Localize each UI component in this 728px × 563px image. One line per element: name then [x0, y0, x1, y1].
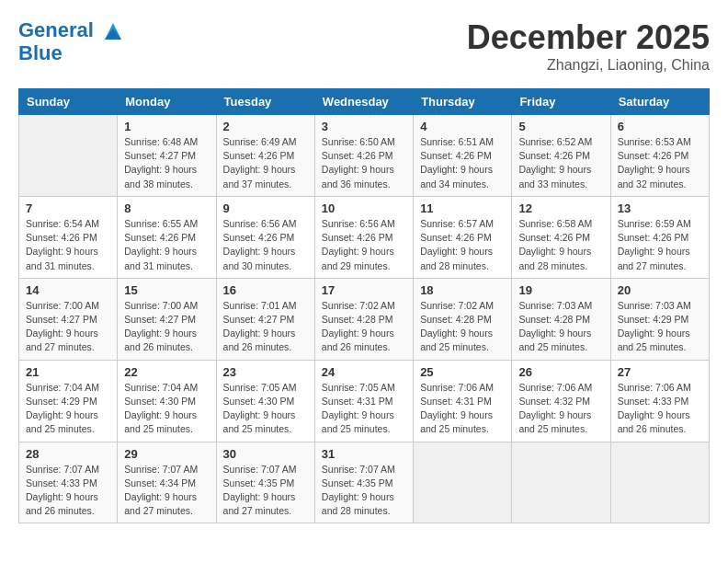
- calendar-cell: 15Sunrise: 7:00 AM Sunset: 4:27 PM Dayli…: [118, 278, 216, 360]
- calendar-cell: 8Sunrise: 6:55 AM Sunset: 4:26 PM Daylig…: [118, 196, 216, 278]
- calendar-week-3: 14Sunrise: 7:00 AM Sunset: 4:27 PM Dayli…: [19, 278, 710, 360]
- day-info: Sunrise: 7:07 AM Sunset: 4:34 PM Dayligh…: [124, 463, 209, 519]
- title-block: December 2025 Zhangzi, Liaoning, China: [467, 18, 710, 74]
- calendar-cell: 20Sunrise: 7:03 AM Sunset: 4:29 PM Dayli…: [610, 278, 709, 360]
- day-number: 2: [223, 120, 308, 133]
- logo-line2: Blue: [18, 41, 121, 64]
- day-info: Sunrise: 7:06 AM Sunset: 4:31 PM Dayligh…: [420, 381, 505, 437]
- calendar-cell: 7Sunrise: 6:54 AM Sunset: 4:26 PM Daylig…: [19, 196, 118, 278]
- day-number: 16: [223, 283, 308, 297]
- day-number: 31: [322, 447, 406, 461]
- day-info: Sunrise: 7:01 AM Sunset: 4:27 PM Dayligh…: [223, 299, 308, 355]
- day-info: Sunrise: 6:58 AM Sunset: 4:26 PM Dayligh…: [518, 217, 603, 273]
- calendar-cell: 12Sunrise: 6:58 AM Sunset: 4:26 PM Dayli…: [512, 196, 610, 278]
- calendar-cell: 4Sunrise: 6:51 AM Sunset: 4:26 PM Daylig…: [414, 115, 512, 197]
- calendar-cell: 24Sunrise: 7:05 AM Sunset: 4:31 PM Dayli…: [314, 360, 413, 442]
- day-info: Sunrise: 7:03 AM Sunset: 4:29 PM Dayligh…: [618, 299, 702, 355]
- weekday-header-thursday: Thursday: [414, 89, 512, 115]
- day-info: Sunrise: 6:59 AM Sunset: 4:26 PM Dayligh…: [618, 217, 702, 273]
- calendar-week-1: 1Sunrise: 6:48 AM Sunset: 4:27 PM Daylig…: [19, 115, 710, 197]
- day-number: 3: [322, 120, 406, 133]
- calendar-cell: 28Sunrise: 7:07 AM Sunset: 4:33 PM Dayli…: [19, 442, 118, 523]
- day-number: 28: [26, 447, 110, 461]
- calendar-cell: 17Sunrise: 7:02 AM Sunset: 4:28 PM Dayli…: [314, 278, 413, 360]
- day-info: Sunrise: 7:04 AM Sunset: 4:29 PM Dayligh…: [26, 381, 110, 437]
- calendar-week-4: 21Sunrise: 7:04 AM Sunset: 4:29 PM Dayli…: [19, 360, 710, 442]
- calendar-cell: 23Sunrise: 7:05 AM Sunset: 4:30 PM Dayli…: [216, 360, 314, 442]
- day-info: Sunrise: 7:06 AM Sunset: 4:32 PM Dayligh…: [518, 381, 603, 437]
- day-info: Sunrise: 6:56 AM Sunset: 4:26 PM Dayligh…: [223, 217, 308, 273]
- calendar-cell: 13Sunrise: 6:59 AM Sunset: 4:26 PM Dayli…: [610, 196, 709, 278]
- calendar-week-2: 7Sunrise: 6:54 AM Sunset: 4:26 PM Daylig…: [19, 196, 710, 278]
- calendar-cell: 11Sunrise: 6:57 AM Sunset: 4:26 PM Dayli…: [414, 196, 512, 278]
- calendar-body: 1Sunrise: 6:48 AM Sunset: 4:27 PM Daylig…: [19, 115, 710, 523]
- calendar-cell: 29Sunrise: 7:07 AM Sunset: 4:34 PM Dayli…: [118, 442, 216, 523]
- day-number: 23: [223, 365, 308, 379]
- day-number: 17: [322, 283, 406, 297]
- day-number: 20: [618, 283, 702, 297]
- calendar-cell: 16Sunrise: 7:01 AM Sunset: 4:27 PM Dayli…: [216, 278, 314, 360]
- day-info: Sunrise: 7:07 AM Sunset: 4:35 PM Dayligh…: [322, 463, 406, 519]
- day-number: 24: [322, 365, 406, 379]
- day-info: Sunrise: 7:05 AM Sunset: 4:30 PM Dayligh…: [223, 381, 308, 437]
- month-title: December 2025: [467, 18, 710, 57]
- day-number: 15: [124, 283, 209, 297]
- page-header: General Blue December 2025 Zhangzi, Liao…: [18, 18, 710, 74]
- day-info: Sunrise: 6:51 AM Sunset: 4:26 PM Dayligh…: [420, 135, 505, 191]
- day-number: 30: [223, 447, 308, 461]
- calendar-cell: 9Sunrise: 6:56 AM Sunset: 4:26 PM Daylig…: [216, 196, 314, 278]
- day-number: 25: [420, 365, 505, 379]
- day-info: Sunrise: 6:56 AM Sunset: 4:26 PM Dayligh…: [322, 217, 406, 273]
- day-number: 4: [420, 120, 505, 133]
- calendar-cell: 5Sunrise: 6:52 AM Sunset: 4:26 PM Daylig…: [512, 115, 610, 197]
- day-number: 13: [618, 201, 702, 215]
- calendar-cell: 26Sunrise: 7:06 AM Sunset: 4:32 PM Dayli…: [512, 360, 610, 442]
- weekday-header-wednesday: Wednesday: [314, 89, 413, 115]
- day-number: 9: [223, 201, 308, 215]
- weekday-header-sunday: Sunday: [19, 89, 118, 115]
- day-info: Sunrise: 6:50 AM Sunset: 4:26 PM Dayligh…: [322, 135, 406, 191]
- calendar-cell: 14Sunrise: 7:00 AM Sunset: 4:27 PM Dayli…: [19, 278, 118, 360]
- weekday-header-monday: Monday: [118, 89, 216, 115]
- day-number: 5: [518, 120, 603, 133]
- day-info: Sunrise: 7:03 AM Sunset: 4:28 PM Dayligh…: [518, 299, 603, 355]
- day-info: Sunrise: 7:07 AM Sunset: 4:33 PM Dayligh…: [26, 463, 110, 519]
- calendar-cell: 6Sunrise: 6:53 AM Sunset: 4:26 PM Daylig…: [610, 115, 709, 197]
- day-number: 22: [124, 365, 209, 379]
- day-number: 1: [124, 120, 209, 133]
- day-number: 29: [124, 447, 209, 461]
- day-info: Sunrise: 6:48 AM Sunset: 4:27 PM Dayligh…: [124, 135, 209, 191]
- day-info: Sunrise: 7:00 AM Sunset: 4:27 PM Dayligh…: [26, 299, 110, 355]
- calendar-cell: 21Sunrise: 7:04 AM Sunset: 4:29 PM Dayli…: [19, 360, 118, 442]
- location-subtitle: Zhangzi, Liaoning, China: [467, 57, 710, 74]
- day-number: 11: [420, 201, 505, 215]
- calendar-cell: [19, 115, 118, 197]
- day-info: Sunrise: 7:02 AM Sunset: 4:28 PM Dayligh…: [322, 299, 406, 355]
- calendar-cell: 10Sunrise: 6:56 AM Sunset: 4:26 PM Dayli…: [314, 196, 413, 278]
- day-number: 6: [618, 120, 702, 133]
- calendar-cell: 22Sunrise: 7:04 AM Sunset: 4:30 PM Dayli…: [118, 360, 216, 442]
- calendar-cell: 19Sunrise: 7:03 AM Sunset: 4:28 PM Dayli…: [512, 278, 610, 360]
- calendar-cell: [512, 442, 610, 523]
- weekday-header-row: SundayMondayTuesdayWednesdayThursdayFrid…: [19, 89, 710, 115]
- calendar-cell: 30Sunrise: 7:07 AM Sunset: 4:35 PM Dayli…: [216, 442, 314, 523]
- weekday-header-saturday: Saturday: [610, 89, 709, 115]
- calendar-cell: 3Sunrise: 6:50 AM Sunset: 4:26 PM Daylig…: [314, 115, 413, 197]
- day-number: 27: [618, 365, 702, 379]
- day-info: Sunrise: 7:00 AM Sunset: 4:27 PM Dayligh…: [124, 299, 209, 355]
- day-number: 14: [26, 283, 110, 297]
- calendar-cell: 2Sunrise: 6:49 AM Sunset: 4:26 PM Daylig…: [216, 115, 314, 197]
- day-number: 7: [26, 201, 110, 215]
- logo-text: General: [18, 18, 121, 41]
- day-number: 10: [322, 201, 406, 215]
- day-info: Sunrise: 7:07 AM Sunset: 4:35 PM Dayligh…: [223, 463, 308, 519]
- day-info: Sunrise: 6:52 AM Sunset: 4:26 PM Dayligh…: [518, 135, 603, 191]
- calendar-table: SundayMondayTuesdayWednesdayThursdayFrid…: [18, 88, 710, 523]
- day-info: Sunrise: 7:06 AM Sunset: 4:33 PM Dayligh…: [618, 381, 702, 437]
- calendar-cell: 27Sunrise: 7:06 AM Sunset: 4:33 PM Dayli…: [610, 360, 709, 442]
- day-info: Sunrise: 6:57 AM Sunset: 4:26 PM Dayligh…: [420, 217, 505, 273]
- logo: General Blue: [18, 18, 121, 65]
- calendar-cell: 25Sunrise: 7:06 AM Sunset: 4:31 PM Dayli…: [414, 360, 512, 442]
- day-info: Sunrise: 7:05 AM Sunset: 4:31 PM Dayligh…: [322, 381, 406, 437]
- day-info: Sunrise: 6:53 AM Sunset: 4:26 PM Dayligh…: [618, 135, 702, 191]
